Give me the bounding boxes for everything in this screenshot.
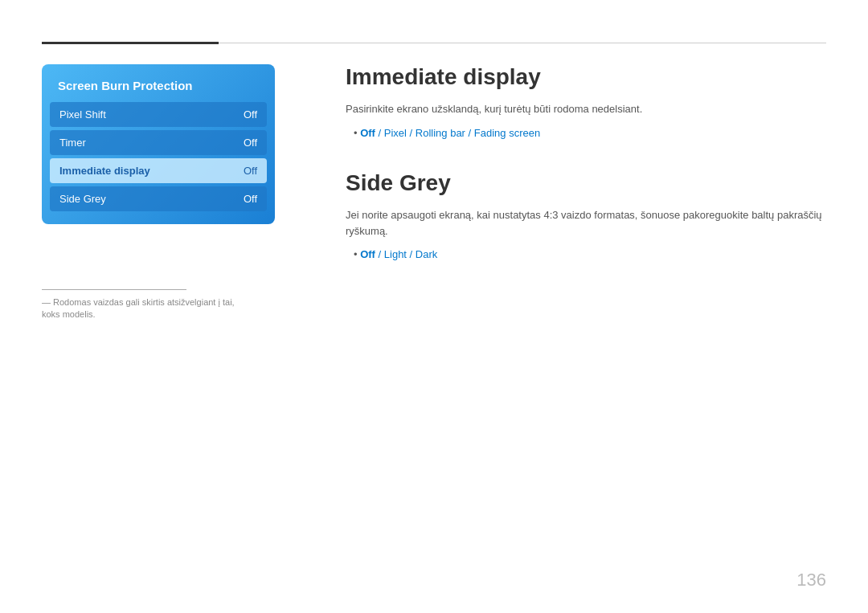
section-title-immediate-display: Immediate display — [346, 64, 826, 90]
option-list-side-grey: Off / Light / Dark — [346, 247, 826, 264]
page-number: 136 — [796, 570, 826, 591]
menu-item-timer[interactable]: Timer Off — [50, 130, 267, 155]
menu-item-pixel-shift[interactable]: Pixel Shift Off — [50, 102, 267, 127]
right-panel: Immediate display Pasirinkite ekrano užs… — [346, 64, 826, 292]
menu-item-side-grey-label: Side Grey — [59, 193, 106, 205]
menu-item-immediate-display-label: Immediate display — [59, 165, 150, 177]
footer-note: ― Rodomas vaizdas gali skirtis atsižvelg… — [42, 289, 243, 321]
section-title-side-grey: Side Grey — [346, 170, 826, 196]
menu-item-side-grey-value: Off — [244, 193, 257, 205]
menu-item-side-grey[interactable]: Side Grey Off — [50, 186, 267, 211]
footer-divider — [42, 289, 186, 290]
option-list-immediate-display: Off / Pixel / Rolling bar / Fading scree… — [346, 125, 826, 142]
menu-item-timer-label: Timer — [59, 137, 86, 149]
menu-box: Screen Burn Protection Pixel Shift Off T… — [42, 64, 275, 224]
menu-box-title: Screen Burn Protection — [50, 74, 267, 102]
option-item-immediate: Off / Pixel / Rolling bar / Fading scree… — [354, 125, 826, 142]
option-rest-immediate: / Pixel / Rolling bar / Fading screen — [375, 127, 540, 139]
section-desc-immediate-display: Pasirinkite ekrano užsklandą, kurį turėt… — [346, 101, 826, 117]
menu-item-pixel-shift-value: Off — [244, 108, 257, 121]
menu-item-pixel-shift-label: Pixel Shift — [59, 108, 106, 121]
menu-item-timer-value: Off — [244, 137, 257, 149]
menu-item-immediate-display-value: Off — [244, 165, 257, 177]
footer-text: ― Rodomas vaizdas gali skirtis atsižvelg… — [42, 296, 243, 321]
option-rest-side-grey: / Light / Dark — [375, 248, 437, 260]
menu-item-immediate-display[interactable]: Immediate display Off — [50, 158, 267, 183]
top-decorative-lines — [0, 42, 868, 44]
section-desc-side-grey: Jei norite apsaugoti ekraną, kai nustaty… — [346, 207, 826, 239]
option-bold-off-immediate: Off — [360, 127, 375, 139]
option-item-side-grey: Off / Light / Dark — [354, 247, 826, 264]
top-line-light — [219, 43, 826, 43]
left-panel: Screen Burn Protection Pixel Shift Off T… — [42, 64, 275, 224]
top-line-dark — [42, 42, 219, 44]
option-bold-off-side-grey: Off — [360, 248, 375, 260]
